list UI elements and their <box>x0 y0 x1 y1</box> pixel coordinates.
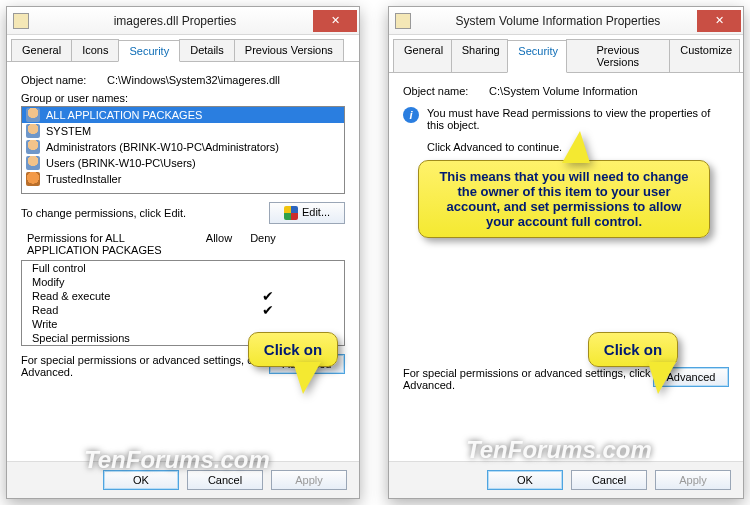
callout-tail-icon <box>562 131 590 163</box>
user-icon <box>26 172 40 186</box>
tab-security[interactable]: Security <box>118 40 180 62</box>
cancel-button[interactable]: Cancel <box>571 470 647 490</box>
principals-list[interactable]: ALL APPLICATION PACKAGES SYSTEM Administ… <box>21 106 345 194</box>
list-item: Administrators (BRINK-W10-PC\Administrat… <box>22 139 344 155</box>
tab-strip: General Icons Security Details Previous … <box>7 35 359 62</box>
object-path: C:\System Volume Information <box>489 85 638 97</box>
callout-explanation: This means that you will need to change … <box>418 160 710 238</box>
group-label: Group or user names: <box>21 92 345 104</box>
object-name-label: Object name: <box>403 85 489 97</box>
tab-icons[interactable]: Icons <box>71 39 119 61</box>
check-icon: ✔ <box>246 304 290 316</box>
table-row: Full control <box>22 261 344 275</box>
watermark: TenForums.com <box>466 436 652 464</box>
table-row: Write <box>22 317 344 331</box>
tab-details[interactable]: Details <box>179 39 235 61</box>
col-allow: Allow <box>197 232 241 256</box>
object-path: C:\Windows\System32\imageres.dll <box>107 74 280 86</box>
user-icon <box>26 124 40 138</box>
dialog-imageres-properties: imageres.dll Properties ✕ General Icons … <box>6 6 360 499</box>
advanced-text: For special permissions or advanced sett… <box>403 367 653 391</box>
tab-strip: General Sharing Security Previous Versio… <box>389 35 743 73</box>
callout-tail-icon <box>648 362 676 394</box>
apply-button[interactable]: Apply <box>655 470 731 490</box>
table-row: Read✔ <box>22 303 344 317</box>
tab-sharing[interactable]: Sharing <box>451 39 509 72</box>
list-item: Users (BRINK-W10-PC\Users) <box>22 155 344 171</box>
window-title: System Volume Information Properties <box>419 14 697 28</box>
tab-security[interactable]: Security <box>507 40 566 73</box>
tab-previous-versions[interactable]: Previous Versions <box>566 39 671 72</box>
folder-icon <box>395 13 411 29</box>
col-deny: Deny <box>241 232 285 256</box>
close-icon[interactable]: ✕ <box>697 10 741 32</box>
tab-customize[interactable]: Customize <box>669 39 740 72</box>
file-icon <box>13 13 29 29</box>
change-permissions-text: To change permissions, click Edit. <box>21 207 269 219</box>
tab-general[interactable]: General <box>393 39 452 72</box>
titlebar[interactable]: System Volume Information Properties ✕ <box>389 7 743 35</box>
window-title: imageres.dll Properties <box>37 14 313 28</box>
object-name-label: Object name: <box>21 74 107 86</box>
user-icon <box>26 108 40 122</box>
list-item: TrustedInstaller <box>22 171 344 187</box>
dialog-svi-properties: System Volume Information Properties ✕ G… <box>388 6 744 499</box>
list-item: SYSTEM <box>22 123 344 139</box>
table-row: Modify <box>22 275 344 289</box>
advanced-text: For special permissions or advanced sett… <box>21 354 269 378</box>
user-icon <box>26 156 40 170</box>
tab-previous-versions[interactable]: Previous Versions <box>234 39 344 61</box>
table-row: Read & execute✔ <box>22 289 344 303</box>
titlebar[interactable]: imageres.dll Properties ✕ <box>7 7 359 35</box>
check-icon: ✔ <box>246 290 290 302</box>
close-icon[interactable]: ✕ <box>313 10 357 32</box>
callout-tail-icon <box>293 362 321 394</box>
dialog-buttons: OK Cancel Apply <box>389 461 743 498</box>
edit-button[interactable]: Edit... <box>269 202 345 224</box>
watermark: TenForums.com <box>84 446 270 474</box>
ok-button[interactable]: OK <box>487 470 563 490</box>
info-icon: i <box>403 107 419 123</box>
shield-icon <box>284 206 298 220</box>
tab-general[interactable]: General <box>11 39 72 61</box>
apply-button[interactable]: Apply <box>271 470 347 490</box>
permissions-for-label: Permissions for ALL APPLICATION PACKAGES <box>27 232 197 256</box>
list-item: ALL APPLICATION PACKAGES <box>22 107 344 123</box>
warning-text: You must have Read permissions to view t… <box>427 107 729 131</box>
user-icon <box>26 140 40 154</box>
